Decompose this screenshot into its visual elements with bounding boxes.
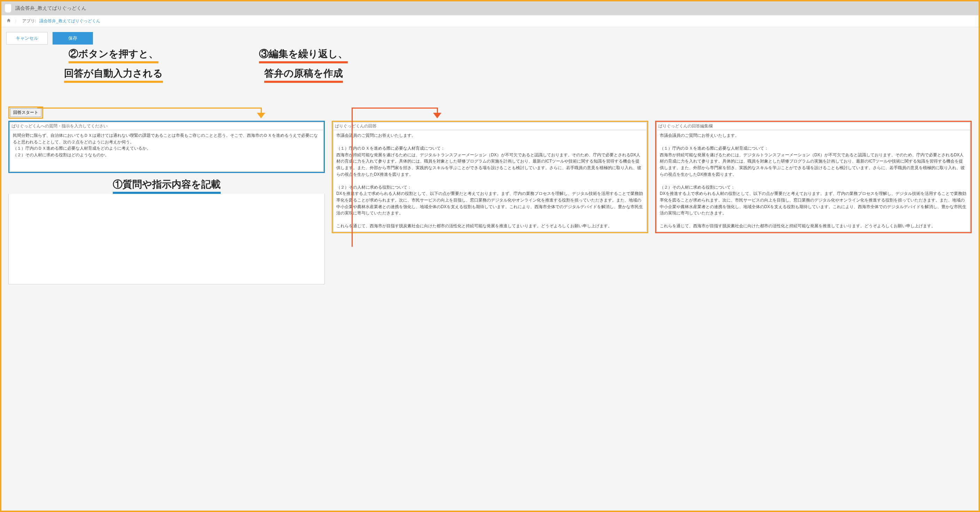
question-field-empty-area[interactable]: [8, 194, 325, 285]
question-field-label: ばりぐっどくんへの質問・指示を入力してください: [10, 122, 323, 130]
form-content: ②ボタンを押すと、 回答が自動入力される ③編集を繰り返し、 答弁の原稿を作成 …: [2, 47, 978, 295]
question-highlight-frame: ばりぐっどくんへの質問・指示を入力してください 民間分野に限らず、自治体において…: [8, 121, 325, 173]
answer-field-label: ばりぐっどくんの回答: [333, 122, 647, 130]
edit-textarea[interactable]: 市議会議員のご質問にお答えいたします。 （１）庁内のＤＸを進める際に必要な人材育…: [657, 130, 970, 232]
annotation-step2: ②ボタンを押すと、 回答が自動入力される: [64, 47, 163, 86]
edit-field-label: ばりぐっどくんの回答編集欄: [657, 122, 970, 130]
annotated-screenshot-frame: 議会答弁_教えてばりぐっどくん 〉 アプリ: 議会答弁_教えてばりぐっどくん キ…: [0, 0, 980, 512]
annotation-step1-wrap: ①質問や指示内容を記載: [8, 178, 325, 194]
annotation-step2-line2: 回答が自動入力される: [64, 67, 163, 83]
question-textarea[interactable]: 民間分野に限らず、自治体においてもＤＸは避けては通れない喫緊の課題であることは市…: [10, 130, 323, 172]
connector-line: [352, 108, 353, 247]
app-titlebar: 議会答弁_教えてばりぐっどくん: [2, 2, 978, 15]
annotation-step3-line2: 答弁の原稿を作成: [264, 67, 343, 83]
app-icon: [5, 4, 11, 13]
annotation-step1: ①質問や指示内容を記載: [113, 178, 221, 194]
annotation-step3-line1: ③編集を繰り返し、: [259, 47, 348, 64]
breadcrumb-separator: 〉: [14, 18, 19, 24]
edit-highlight-frame: ばりぐっどくんの回答編集欄 市議会議員のご質問にお答えいたします。 （１）庁内の…: [655, 121, 972, 233]
breadcrumb-prefix: アプリ:: [22, 18, 36, 24]
column-question: ばりぐっどくんへの質問・指示を入力してください 民間分野に限らず、自治体において…: [8, 121, 325, 285]
answer-textarea[interactable]: 市議会議員のご質問にお答えいたします。 （１）庁内のＤＸを進める際に必要な人材育…: [333, 130, 647, 232]
answer-start-button[interactable]: 回答スタート: [10, 108, 41, 117]
annotation-step3: ③編集を繰り返し、 答弁の原稿を作成: [259, 47, 348, 86]
app-title: 議会答弁_教えてばりぐっどくん: [15, 5, 86, 11]
cancel-button[interactable]: キャンセル: [6, 32, 48, 45]
action-bar: キャンセル 保存: [2, 27, 978, 47]
save-button[interactable]: 保存: [52, 32, 93, 45]
start-button-highlight: 回答スタート: [8, 107, 43, 119]
answer-highlight-frame: ばりぐっどくんの回答 市議会議員のご質問にお答えいたします。 （１）庁内のＤＸを…: [332, 121, 648, 233]
start-row: 回答スタート: [8, 107, 972, 119]
home-icon[interactable]: [6, 18, 11, 24]
breadcrumb: 〉 アプリ: 議会答弁_教えてばりぐっどくん: [2, 15, 978, 27]
form-columns: ばりぐっどくんへの質問・指示を入力してください 民間分野に限らず、自治体において…: [8, 121, 972, 285]
breadcrumb-app-link[interactable]: 議会答弁_教えてばりぐっどくん: [39, 18, 100, 24]
annotation-step2-line1: ②ボタンを押すと、: [68, 47, 158, 64]
column-edit: ばりぐっどくんの回答編集欄 市議会議員のご質問にお答えいたします。 （１）庁内の…: [655, 121, 972, 233]
column-answer: ばりぐっどくんの回答 市議会議員のご質問にお答えいたします。 （１）庁内のＤＸを…: [332, 121, 648, 233]
